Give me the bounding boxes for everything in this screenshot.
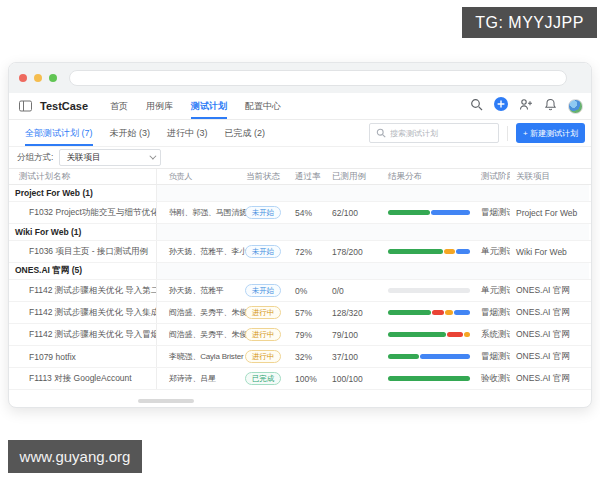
main-nav: 首页 用例库 测试计划 配置中心 xyxy=(110,93,281,119)
tested-cases: 62/100 xyxy=(325,208,380,218)
test-stage: 单元测试 xyxy=(472,285,510,297)
table-row[interactable]: F1032 Project功能交互与细节优化-冒烟用例... 韩刚、郭强、马国清… xyxy=(9,202,591,224)
zoom-button[interactable] xyxy=(49,74,57,82)
tab-all-plans[interactable]: 全部测试计划 (7) xyxy=(25,120,93,146)
browser-chrome xyxy=(9,63,591,93)
group-by-select[interactable]: 关联项目 xyxy=(59,149,161,166)
related-project: ONES.AI 官网 xyxy=(510,373,589,385)
plan-search-box[interactable] xyxy=(369,123,499,143)
table-row[interactable]: F1142 测试步骤相关优化 导入集成测试 阎浩盛、吴秀平、朱俊平 进行中 57… xyxy=(9,302,591,324)
plan-owners: 韩刚、郭强、马国清扬... xyxy=(157,207,241,218)
col-header-pass-rate: 通过率 xyxy=(285,171,325,183)
related-project: ONES.AI 官网 xyxy=(510,307,589,319)
plan-owners: 郑诗诗、吕星 xyxy=(157,373,241,384)
group-row-fill xyxy=(157,224,589,240)
related-project: Project For Web xyxy=(510,208,589,218)
table-row[interactable]: F1079 hotfix 李晓强、Cayla Brister 进行中 32% 3… xyxy=(9,346,591,368)
related-project: ONES.AI 官网 xyxy=(510,285,589,297)
related-project: Wiki For Web xyxy=(510,247,589,257)
invite-member-icon[interactable] xyxy=(519,97,533,115)
status-tabs: 全部测试计划 (7) 未开始 (3) 进行中 (3) 已完成 (2) xyxy=(25,120,265,146)
status-badge: 进行中 xyxy=(245,306,282,319)
test-stage: 冒烟测试 xyxy=(472,307,510,319)
group-label: Project For Web (1) xyxy=(9,185,157,201)
result-distribution-bar xyxy=(388,249,470,254)
chevron-down-icon xyxy=(150,153,157,160)
result-distribution-bar xyxy=(388,332,470,337)
col-header-tested-cases: 已测用例 xyxy=(325,171,380,183)
col-header-plan-name: 测试计划名称 xyxy=(9,169,157,184)
col-header-status: 当前状态 xyxy=(241,171,285,183)
search-icon[interactable] xyxy=(470,97,483,115)
toolbar-divider xyxy=(507,126,508,141)
pass-rate: 79% xyxy=(285,330,325,340)
pass-rate: 72% xyxy=(285,247,325,257)
app-logo[interactable]: TestCase xyxy=(40,100,88,112)
url-bar[interactable] xyxy=(69,70,567,86)
pass-rate: 32% xyxy=(285,352,325,362)
new-test-plan-button[interactable]: + 新建测试计划 xyxy=(516,123,585,143)
tab-not-started[interactable]: 未开始 (3) xyxy=(110,120,151,146)
plans-toolbar: 全部测试计划 (7) 未开始 (3) 进行中 (3) 已完成 (2) + 新建测… xyxy=(9,120,591,147)
status-badge: 已完成 xyxy=(245,372,282,385)
plan-name[interactable]: F1032 Project功能交互与细节优化-冒烟用例... xyxy=(9,202,157,223)
table-footer xyxy=(9,390,591,408)
col-header-project: 关联项目 xyxy=(510,171,589,183)
result-distribution-bar xyxy=(388,210,470,215)
test-stage: 冒烟测试 xyxy=(472,207,510,219)
col-header-owner: 负责人 xyxy=(157,171,241,182)
user-avatar[interactable] xyxy=(568,99,583,114)
status-badge: 未开始 xyxy=(245,245,282,258)
nav-item-config-center[interactable]: 配置中心 xyxy=(245,93,281,119)
plan-name[interactable]: F1079 hotfix xyxy=(9,346,157,367)
search-input-icon xyxy=(376,124,386,142)
sidebar-collapse-icon[interactable] xyxy=(19,100,32,112)
table-row[interactable]: F1142 测试步骤相关优化 导入第二轮 孙天扬、范雅平 未开始 0% 0/0 … xyxy=(9,280,591,302)
pass-rate: 57% xyxy=(285,308,325,318)
minimize-button[interactable] xyxy=(34,74,42,82)
table-header: 测试计划名称 负责人 当前状态 通过率 已测用例 结果分布 测试阶段 关联项目 xyxy=(9,168,591,185)
tab-in-progress[interactable]: 进行中 (3) xyxy=(167,120,208,146)
notifications-bell-icon[interactable] xyxy=(544,97,557,115)
related-project: ONES.AI 官网 xyxy=(510,351,589,363)
plan-name[interactable]: F1036 项目主页 - 接口测试用例 xyxy=(9,241,157,262)
table-row[interactable]: F1113 对接 GoogleAccount 郑诗诗、吕星 已完成 100% 1… xyxy=(9,368,591,390)
group-row[interactable]: Project For Web (1) xyxy=(9,185,591,202)
pass-rate: 100% xyxy=(285,374,325,384)
plan-owners: 孙天扬、范雅平、李小东 xyxy=(157,246,241,257)
related-project: ONES.AI 官网 xyxy=(510,329,589,341)
nav-item-test-plan[interactable]: 测试计划 xyxy=(191,93,227,119)
plan-owners: 阎浩盛、吴秀平、朱俊平 xyxy=(157,329,241,340)
test-stage: 系统测试 xyxy=(472,329,510,341)
tested-cases: 0/0 xyxy=(325,286,380,296)
plan-owners: 孙天扬、范雅平 xyxy=(157,285,241,296)
plan-owners: 李晓强、Cayla Brister xyxy=(157,351,241,362)
group-by-label: 分组方式: xyxy=(17,152,53,164)
table-row[interactable]: F1036 项目主页 - 接口测试用例 孙天扬、范雅平、李小东 未开始 72% … xyxy=(9,241,591,263)
tested-cases: 37/100 xyxy=(325,352,380,362)
group-row[interactable]: Wiki For Web (1) xyxy=(9,224,591,241)
plan-name[interactable]: F1113 对接 GoogleAccount xyxy=(9,368,157,389)
plan-name[interactable]: F1142 测试步骤相关优化 导入冒烟测试 xyxy=(9,324,157,345)
status-badge: 进行中 xyxy=(245,328,282,341)
browser-window: TestCase 首页 用例库 测试计划 配置中心 全部测试计划 (7) xyxy=(8,62,592,408)
plan-name[interactable]: F1142 测试步骤相关优化 导入第二轮 xyxy=(9,280,157,301)
nav-item-home[interactable]: 首页 xyxy=(110,93,128,119)
group-by-value: 关联项目 xyxy=(66,152,100,164)
nav-item-case-library[interactable]: 用例库 xyxy=(146,93,173,119)
table-row[interactable]: F1142 测试步骤相关优化 导入冒烟测试 阎浩盛、吴秀平、朱俊平 进行中 79… xyxy=(9,324,591,346)
site-watermark-badge: www.guyang.org xyxy=(8,440,142,473)
horizontal-scrollbar[interactable] xyxy=(138,399,194,403)
plan-search-input[interactable] xyxy=(390,129,492,138)
tested-cases: 100/100 xyxy=(325,374,380,384)
add-circle-icon[interactable] xyxy=(494,97,508,115)
tab-done[interactable]: 已完成 (2) xyxy=(225,120,266,146)
result-distribution-bar xyxy=(388,376,470,381)
close-button[interactable] xyxy=(19,74,27,82)
pass-rate: 0% xyxy=(285,286,325,296)
group-row-fill xyxy=(157,185,589,201)
group-label: Wiki For Web (1) xyxy=(9,224,157,240)
plan-name[interactable]: F1142 测试步骤相关优化 导入集成测试 xyxy=(9,302,157,323)
group-row[interactable]: ONES.AI 官网 (5) xyxy=(9,263,591,280)
col-header-result-distribution: 结果分布 xyxy=(380,171,472,183)
